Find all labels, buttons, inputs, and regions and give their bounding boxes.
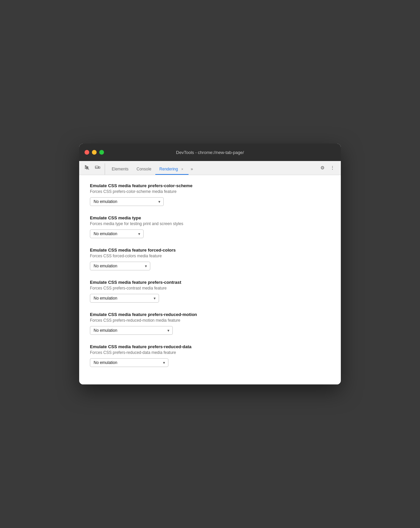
setting-forced-colors-select-wrapper: No emulation forced-colors: active force…: [90, 262, 150, 270]
tab-console[interactable]: Console: [133, 164, 155, 175]
toolbar: Elements Console Rendering × » ⚙ ⋮: [79, 161, 341, 175]
settings-icon[interactable]: ⚙: [318, 163, 327, 172]
setting-prefers-reduced-data-description: Forces CSS prefers-reduced-data media fe…: [90, 350, 330, 355]
setting-prefers-color-scheme-description: Forces CSS prefers-color-scheme media fe…: [90, 189, 330, 194]
tab-more-button[interactable]: »: [189, 164, 195, 175]
svg-rect-1: [99, 167, 100, 168]
setting-prefers-contrast: Emulate CSS media feature prefers-contra…: [90, 280, 330, 303]
inspect-element-icon[interactable]: [83, 163, 92, 172]
setting-prefers-reduced-data: Emulate CSS media feature prefers-reduce…: [90, 344, 330, 367]
setting-prefers-contrast-title: Emulate CSS media feature prefers-contra…: [90, 280, 330, 285]
svg-rect-0: [95, 166, 98, 168]
setting-prefers-reduced-data-select[interactable]: No emulation prefers-reduced-data: reduc…: [90, 358, 168, 367]
close-button[interactable]: [85, 150, 89, 155]
setting-forced-colors: Emulate CSS media feature forced-colors …: [90, 248, 330, 270]
tabs-container: Elements Console Rendering × »: [108, 164, 317, 175]
rendering-panel-content: Emulate CSS media feature prefers-color-…: [79, 175, 341, 384]
setting-prefers-reduced-motion-description: Forces CSS prefers-reduced-motion media …: [90, 318, 330, 323]
tab-elements[interactable]: Elements: [108, 164, 133, 175]
devtools-window: DevTools - chrome://new-tab-page/ Elemen: [79, 144, 341, 384]
setting-media-type-title: Emulate CSS media type: [90, 215, 330, 220]
setting-prefers-color-scheme-select[interactable]: No emulation prefers-color-scheme: light…: [90, 197, 164, 206]
tab-rendering-close[interactable]: ×: [180, 167, 185, 171]
setting-prefers-contrast-select-wrapper: No emulation prefers-contrast: more pref…: [90, 294, 159, 303]
setting-prefers-reduced-motion-title: Emulate CSS media feature prefers-reduce…: [90, 312, 330, 317]
setting-forced-colors-select[interactable]: No emulation forced-colors: active force…: [90, 262, 150, 270]
setting-prefers-reduced-data-title: Emulate CSS media feature prefers-reduce…: [90, 344, 330, 349]
setting-forced-colors-title: Emulate CSS media feature forced-colors: [90, 248, 330, 253]
setting-media-type-description: Forces media type for testing print and …: [90, 221, 330, 226]
tab-rendering[interactable]: Rendering ×: [155, 164, 189, 175]
setting-prefers-contrast-description: Forces CSS prefers-contrast media featur…: [90, 286, 330, 291]
setting-prefers-reduced-motion-select-wrapper: No emulation prefers-reduced-motion: red…: [90, 326, 173, 335]
setting-forced-colors-description: Forces CSS forced-colors media feature: [90, 254, 330, 258]
setting-prefers-reduced-motion-select[interactable]: No emulation prefers-reduced-motion: red…: [90, 326, 173, 335]
setting-media-type-select-wrapper: No emulation print screen ▼: [90, 229, 144, 238]
setting-media-type: Emulate CSS media type Forces media type…: [90, 215, 330, 238]
minimize-button[interactable]: [92, 150, 97, 155]
setting-prefers-color-scheme-select-wrapper: No emulation prefers-color-scheme: light…: [90, 197, 164, 206]
setting-prefers-color-scheme-title: Emulate CSS media feature prefers-color-…: [90, 183, 330, 188]
setting-prefers-contrast-select[interactable]: No emulation prefers-contrast: more pref…: [90, 294, 159, 303]
setting-media-type-select[interactable]: No emulation print screen: [90, 229, 144, 238]
setting-prefers-reduced-data-select-wrapper: No emulation prefers-reduced-data: reduc…: [90, 358, 168, 367]
titlebar: DevTools - chrome://new-tab-page/: [79, 144, 341, 161]
toolbar-right: ⚙ ⋮: [318, 163, 337, 175]
toolbar-icons: [83, 163, 105, 175]
setting-prefers-color-scheme: Emulate CSS media feature prefers-color-…: [90, 183, 330, 206]
setting-prefers-reduced-motion: Emulate CSS media feature prefers-reduce…: [90, 312, 330, 335]
device-mode-icon[interactable]: [93, 163, 102, 172]
window-title: DevTools - chrome://new-tab-page/: [176, 150, 244, 155]
more-options-icon[interactable]: ⋮: [328, 163, 337, 172]
maximize-button[interactable]: [99, 150, 104, 155]
traffic-lights: [85, 150, 104, 155]
